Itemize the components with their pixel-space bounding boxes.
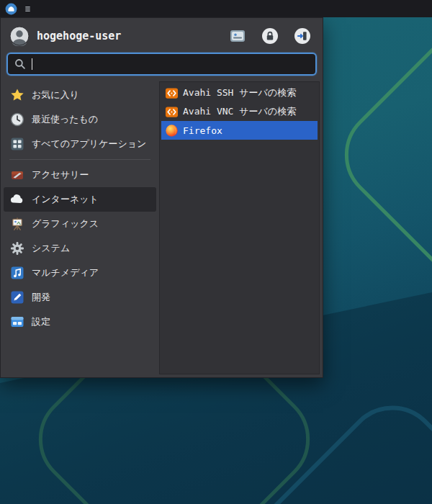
category-favorites[interactable]: お気に入り xyxy=(4,83,156,107)
text-caret xyxy=(32,58,32,70)
easel-icon xyxy=(9,216,25,232)
xfce-logo-icon xyxy=(5,3,17,15)
category-label: インターネット xyxy=(32,193,99,206)
category-label: 開発 xyxy=(32,291,50,304)
control-panel-icon xyxy=(9,314,25,330)
music-notes-icon xyxy=(9,265,25,281)
avahi-brackets-icon xyxy=(165,105,179,119)
app-avahi-vnc[interactable]: Avahi VNC サーバの検索 xyxy=(161,102,318,121)
padlock-icon xyxy=(261,27,279,45)
category-settings[interactable]: 設定 xyxy=(4,310,156,334)
category-label: アクセサリー xyxy=(32,168,89,181)
category-label: 最近使ったもの xyxy=(32,113,98,126)
app-label: Firefox xyxy=(183,125,222,136)
app-label: Avahi SSH サーバの検索 xyxy=(183,86,296,99)
category-graphics[interactable]: グラフィックス xyxy=(4,212,156,236)
menu-lines-icon xyxy=(24,5,32,13)
app-grid-icon xyxy=(9,136,25,152)
menu-body: お気に入り 最近使ったもの xyxy=(1,81,323,377)
menu-header: hogehoge-user xyxy=(1,18,323,51)
panel-secondary-button[interactable] xyxy=(24,5,32,13)
top-panel xyxy=(0,0,432,17)
whisker-menu-button[interactable] xyxy=(5,3,17,15)
category-development[interactable]: 開発 xyxy=(4,285,156,310)
category-label: グラフィックス xyxy=(32,217,99,230)
search-input[interactable] xyxy=(6,53,317,76)
category-system[interactable]: システム xyxy=(4,236,156,261)
category-separator xyxy=(9,159,150,160)
star-icon xyxy=(9,87,25,103)
logout-icon xyxy=(294,27,311,45)
category-accessories[interactable]: アクセサリー xyxy=(4,163,156,187)
cloud-icon xyxy=(9,192,25,207)
app-label: Avahi VNC サーバの検索 xyxy=(183,105,296,118)
category-all-applications[interactable]: すべてのアプリケーション xyxy=(4,132,156,156)
category-list: お気に入り 最近使ったもの xyxy=(4,81,156,374)
category-label: 設定 xyxy=(32,315,50,328)
header-buttons xyxy=(229,27,311,45)
firefox-icon xyxy=(165,124,179,138)
app-firefox[interactable]: Firefox xyxy=(161,121,318,140)
accessories-toolkit-icon xyxy=(9,167,25,183)
category-internet[interactable]: インターネット xyxy=(4,187,156,212)
category-multimedia[interactable]: マルチメディア xyxy=(4,261,156,285)
pencil-square-icon xyxy=(9,289,25,305)
application-list: Avahi SSH サーバの検索 Avahi VNC サーバの検索 xyxy=(159,81,320,374)
desktop: hogehoge-user xyxy=(0,0,432,504)
user-avatar-icon xyxy=(9,26,30,46)
logout-button[interactable] xyxy=(294,27,311,45)
search-icon xyxy=(14,58,26,70)
app-avahi-ssh[interactable]: Avahi SSH サーバの検索 xyxy=(161,84,318,102)
settings-device-icon xyxy=(229,27,246,45)
category-label: すべてのアプリケーション xyxy=(32,138,146,150)
whisker-menu: hogehoge-user xyxy=(0,17,323,378)
avahi-brackets-icon xyxy=(165,86,179,100)
category-recent[interactable]: 最近使ったもの xyxy=(4,107,156,132)
category-label: システム xyxy=(32,242,70,255)
category-label: マルチメディア xyxy=(32,266,99,279)
username: hogehoge-user xyxy=(37,30,229,42)
all-settings-button[interactable] xyxy=(229,27,246,45)
category-label: お気に入り xyxy=(32,89,79,102)
clock-icon xyxy=(9,112,25,127)
lock-screen-button[interactable] xyxy=(261,27,279,45)
gear-icon xyxy=(9,240,25,256)
